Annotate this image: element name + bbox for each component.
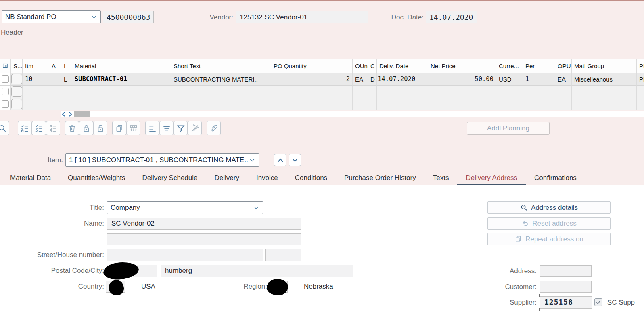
status-box[interactable] [11,74,22,84]
col-header-net-price[interactable]: Net Price [428,59,496,73]
row-checkbox-cell [0,98,11,110]
cell-net-price: 50.00 [428,73,496,86]
col-header-per[interactable]: Per [523,59,555,73]
row-checkbox[interactable] [2,100,9,108]
name2-field[interactable] [107,233,301,245]
search-button[interactable] [0,121,9,135]
vendor-field[interactable]: 125132 SC Vendor-01 [236,11,368,23]
country-name-text: USA [141,280,155,293]
address-details-button[interactable]: Address details [487,201,611,214]
name-field[interactable]: SC Vendor-02 [107,218,301,230]
tab-invoice[interactable]: Invoice [248,171,286,185]
lock-icon [82,124,91,133]
title-select[interactable]: Company [107,201,263,214]
default-values-button[interactable] [126,121,140,135]
empty-cell [271,98,353,110]
sc-supp-checkbox[interactable] [594,298,602,306]
row-checkbox[interactable] [2,75,9,83]
tab-conditions[interactable]: Conditions [286,171,336,185]
title-label: Title: [23,202,104,214]
col-header-po-quantity[interactable]: PO Quantity [271,59,353,73]
scroll-right-button[interactable] [67,111,73,117]
item-select[interactable]: 1 [ 10 ] SUBCONTRACT-01 , SUBCONTRACTING… [65,153,259,167]
empty-cell [49,98,61,110]
align-center-button[interactable] [159,121,174,135]
chevron-down-icon [253,205,259,211]
select-all-button[interactable] [18,121,32,135]
reset-address-button[interactable]: Reset address [487,217,611,230]
horizontal-scrollbar[interactable] [61,111,644,117]
col-header-i[interactable]: I [61,59,72,73]
empty-cell [61,98,72,110]
col-header-currency[interactable]: Curre... [496,59,523,73]
col-header-deliv-date[interactable]: Deliv. Date [377,59,428,73]
select-block-button[interactable] [32,121,46,135]
col-header-material[interactable]: Material [72,59,171,73]
address-number-label: Address: [456,265,537,277]
filter-button[interactable] [174,121,188,135]
grid-icon [2,62,8,70]
street-field[interactable] [107,249,263,261]
deselect-all-button[interactable] [46,121,60,135]
customer-field[interactable] [540,281,592,293]
select-all-header-cell[interactable] [0,59,11,73]
material-link[interactable]: SUBCONTRACT-01 [75,75,128,83]
empty-cell [271,86,353,98]
tab-texts[interactable]: Texts [424,171,458,185]
col-header-c[interactable]: C [368,59,377,73]
scrollbar-thumb[interactable] [74,111,90,117]
cell-c: D [368,73,377,86]
po-number-field[interactable]: 4500000863 [103,11,154,23]
scroll-left-button[interactable] [61,111,67,117]
search-icon [0,124,7,133]
tab-delivery[interactable]: Delivery [206,171,248,185]
repeat-address-button[interactable]: Repeat address on [487,233,611,245]
status-box[interactable] [11,86,22,97]
col-header-itm[interactable]: Itm [23,59,49,73]
status-box[interactable] [11,99,22,109]
delete-button[interactable] [65,121,79,135]
cell-plant: Pla [637,73,644,86]
empty-cell [61,86,72,98]
tab-delivery-address[interactable]: Delivery Address [457,171,526,185]
remove-filter-button[interactable] [188,121,202,135]
col-header-a[interactable]: A [49,59,61,73]
tab-quantities-weights[interactable]: Quantities/Weights [59,171,134,185]
col-header-selection[interactable]: S... [11,59,23,73]
lock-button[interactable] [79,121,93,135]
align-left-button[interactable] [145,121,159,135]
col-header-matl-group[interactable]: Matl Group [572,59,637,73]
row-checkbox[interactable] [2,88,9,95]
house-number-field[interactable] [265,249,301,261]
city-field[interactable]: humberg [161,265,353,277]
unlock-button[interactable] [93,121,107,135]
previous-item-button[interactable] [274,154,286,166]
supplier-field[interactable]: 125158 [540,296,592,309]
copy-item-button[interactable] [112,121,126,135]
chevron-right-icon [68,112,72,117]
tab-material-data[interactable]: Material Data [2,171,59,185]
tab-confirmations[interactable]: Confirmations [526,171,585,185]
empty-cell [23,86,49,98]
col-header-oun[interactable]: OUn [353,59,368,73]
unlock-icon [96,124,105,133]
grid-arrows-icon [129,124,138,133]
addl-planning-button[interactable]: Addl Planning [467,122,550,135]
empty-cell [637,86,644,98]
tab-delivery-schedule[interactable]: Delivery Schedule [134,171,206,185]
doc-date-field[interactable]: 14.07.2020 [426,11,477,23]
sc-supp-label: SC Supp [607,297,635,309]
empty-cell [72,86,171,98]
address-number-field[interactable] [540,265,592,277]
attachment-button[interactable] [207,121,221,135]
col-header-plant[interactable]: Pl [637,59,644,73]
po-type-select[interactable]: NB Standard PO [2,10,101,23]
col-header-short-text[interactable]: Short Text [171,59,271,73]
next-item-button[interactable] [289,154,301,166]
cell-po-quantity: 2 [271,73,353,86]
region-label: Region: [226,280,267,293]
top-divider [0,0,644,1]
tab-purchase-order-history[interactable]: Purchase Order History [336,171,424,185]
empty-cell [377,86,428,98]
col-header-opu[interactable]: OPU [555,59,572,73]
